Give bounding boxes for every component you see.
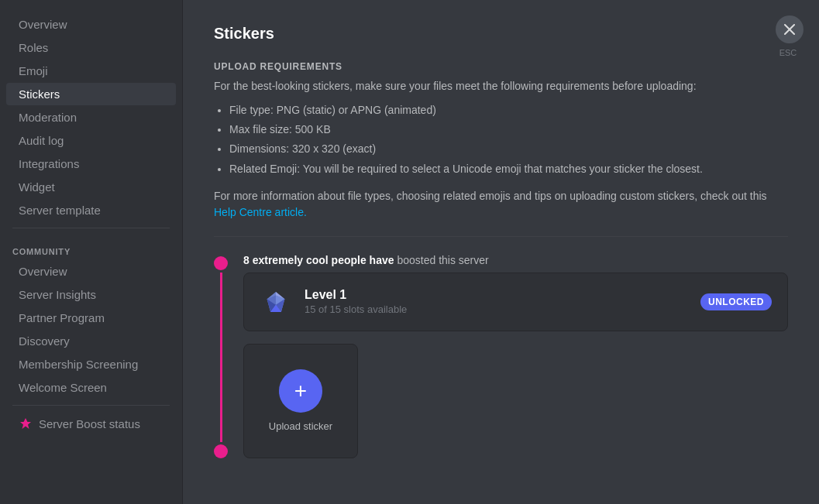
- sidebar-item-server-insights[interactable]: Server Insights: [6, 283, 176, 306]
- close-button[interactable]: [776, 15, 804, 43]
- plus-icon: +: [294, 379, 307, 403]
- upload-requirements-heading: UPLOAD REQUIREMENTS: [214, 61, 788, 72]
- sidebar-item-server-template[interactable]: Server template: [6, 199, 176, 221]
- level-slots: 15 of 15 slots available: [305, 303, 688, 315]
- sidebar-divider: [12, 228, 170, 228]
- sidebar-item-emoji[interactable]: Emoji: [6, 60, 176, 82]
- sidebar-item-community-overview[interactable]: Overview: [6, 260, 176, 283]
- sidebar-item-partner-program[interactable]: Partner Program: [6, 307, 176, 329]
- sidebar-item-audit-log[interactable]: Audit log: [6, 129, 176, 152]
- level-info: Level 1 15 of 15 slots available: [305, 288, 688, 315]
- upload-sticker-area[interactable]: + Upload sticker: [243, 344, 358, 458]
- community-section-label: COMMUNITY: [0, 235, 182, 259]
- boost-right-content: 8 extremely cool people have boosted thi…: [243, 252, 788, 458]
- sidebar-item-welcome-screen[interactable]: Welcome Screen: [6, 376, 176, 399]
- req-item-2: Max file size: 500 KB: [229, 120, 788, 139]
- upload-sticker-label: Upload sticker: [269, 420, 332, 432]
- sidebar-item-integrations[interactable]: Integrations: [6, 153, 176, 175]
- sidebar-item-membership-screening[interactable]: Membership Screening: [6, 353, 176, 375]
- sidebar-item-server-boost[interactable]: Server Boost status: [6, 412, 176, 435]
- upload-plus-button[interactable]: +: [279, 369, 322, 413]
- main-content: ESC Stickers UPLOAD REQUIREMENTS For the…: [183, 0, 819, 504]
- req-item-1: File type: PNG (static) or APNG (animate…: [229, 101, 788, 120]
- esc-label: ESC: [774, 48, 802, 57]
- settings-sidebar: Overview Roles Emoji Stickers Moderation…: [0, 0, 183, 504]
- sidebar-item-overview[interactable]: Overview: [6, 13, 176, 36]
- level-card: Level 1 15 of 15 slots available UNLOCKE…: [243, 273, 788, 331]
- boost-icon: [19, 417, 33, 430]
- sidebar-item-roles[interactable]: Roles: [6, 36, 176, 59]
- requirements-footer: For more information about file types, c…: [214, 188, 788, 221]
- level-title: Level 1: [305, 288, 688, 302]
- boost-header-text: 8 extremely cool people have boosted thi…: [243, 252, 788, 266]
- help-centre-link[interactable]: Help Centre article.: [214, 206, 307, 218]
- req-item-4: Related Emoji: You will be required to s…: [229, 159, 788, 179]
- sidebar-divider-2: [12, 405, 170, 406]
- timeline-line: [220, 273, 222, 442]
- page-title: Stickers: [214, 25, 788, 43]
- level-gem-icon: [260, 286, 292, 318]
- timeline-dot-top: [214, 256, 228, 270]
- boost-timeline: [214, 252, 228, 458]
- boost-section: 8 extremely cool people have boosted thi…: [214, 252, 788, 458]
- sidebar-item-widget[interactable]: Widget: [6, 176, 176, 198]
- content-divider: [214, 236, 788, 237]
- sidebar-item-stickers[interactable]: Stickers: [6, 83, 176, 105]
- sidebar-item-moderation[interactable]: Moderation: [6, 106, 176, 129]
- timeline-dot-bottom: [214, 444, 228, 458]
- upload-requirements-block: UPLOAD REQUIREMENTS For the best-looking…: [214, 61, 788, 221]
- sidebar-item-discovery[interactable]: Discovery: [6, 330, 176, 352]
- requirements-list: File type: PNG (static) or APNG (animate…: [214, 101, 788, 179]
- unlocked-badge: UNLOCKED: [700, 293, 772, 310]
- req-item-3: Dimensions: 320 x 320 (exact): [229, 139, 788, 159]
- requirements-intro: For the best-looking stickers, make sure…: [214, 78, 788, 94]
- close-icon: [784, 24, 795, 35]
